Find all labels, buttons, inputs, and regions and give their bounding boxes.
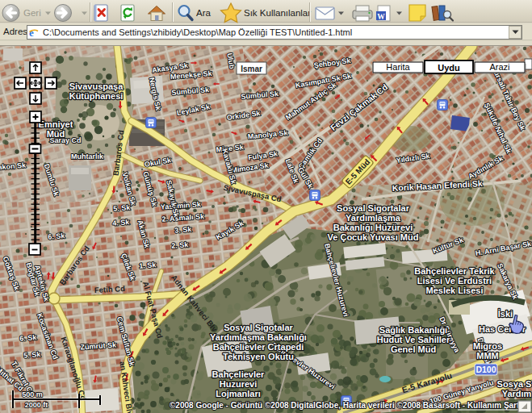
svg-text:Huzurevi: Huzurevi xyxy=(220,379,257,389)
svg-text:Bahçelievler Tekrik: Bahçelievler Tekrik xyxy=(414,266,495,276)
svg-text:5. Sk: 5. Sk xyxy=(113,203,132,213)
svg-text:Sosya S: Sosya S xyxy=(497,379,532,389)
svg-text:Sosyal Sigortalar: Sosyal Sigortalar xyxy=(337,203,410,213)
svg-text:Ara: Ara xyxy=(196,8,212,18)
svg-text:Hudut Ve Sahiller: Hudut Ve Sahiller xyxy=(377,335,450,344)
svg-text:Ve Çocuk Yuvası Müd: Ve Çocuk Yuvası Müd xyxy=(328,232,419,242)
svg-text:Emniyet: Emniyet xyxy=(39,119,73,129)
svg-text:Lisesi Ve Erdüstri: Lisesi Ve Erdüstri xyxy=(417,276,492,286)
svg-text:Kütüphanesi: Kütüphanesi xyxy=(69,91,124,101)
svg-text:Harita: Harita xyxy=(386,62,410,72)
svg-text:Sivavuspaşa: Sivavuspaşa xyxy=(69,81,124,91)
svg-text:Arazi: Arazi xyxy=(489,62,509,72)
svg-text:2000 ft: 2000 ft xyxy=(25,401,48,409)
svg-text:3. Sk: 3. Sk xyxy=(174,225,193,235)
svg-text:Sosyal Sigotalar: Sosyal Sigotalar xyxy=(224,323,293,332)
svg-text:Ismar: Ismar xyxy=(241,65,262,73)
svg-text:6. Sk: 6. Sk xyxy=(19,333,38,343)
svg-text:2. Sk: 2. Sk xyxy=(171,240,190,250)
svg-text:Lojmanları: Lojmanları xyxy=(216,389,261,398)
svg-text:Geri: Geri xyxy=(23,8,41,18)
svg-text:Teknisyen Okutu: Teknisyen Okutu xyxy=(223,352,294,361)
svg-text:Yardımlaşma: Yardımlaşma xyxy=(346,213,401,223)
svg-text:İski: İski xyxy=(498,309,513,319)
svg-text:Adres: Adres xyxy=(3,27,27,36)
svg-text:MMM: MMM xyxy=(476,351,499,361)
svg-text:1. Sk: 1. Sk xyxy=(139,261,157,270)
svg-text:Migros: Migros xyxy=(473,341,502,351)
svg-text:Fetih Cd: Fetih Cd xyxy=(94,284,126,294)
svg-text:Genel Müd: Genel Müd xyxy=(391,344,436,354)
svg-text:©2008 Google - Görüntü ©2008 D: ©2008 Google - Görüntü ©2008 DigitalGlob… xyxy=(170,401,532,410)
svg-text:Müd: Müd xyxy=(47,129,65,139)
svg-text:W: W xyxy=(377,13,385,21)
svg-text:6. Sk: 6. Sk xyxy=(48,232,66,241)
svg-text:5. Sk: 5. Sk xyxy=(23,350,42,360)
svg-text:Bahçelievler: Bahçelievler xyxy=(212,369,266,379)
svg-text:Meslek Lisesi: Meslek Lisesi xyxy=(426,286,484,295)
svg-text:Sık Kullanılanlar: Sık Kullanılanlar xyxy=(244,8,311,18)
svg-text:Sağlık Bakanlığı: Sağlık Bakanlığı xyxy=(379,325,447,335)
svg-text:Muhtarlık: Muhtarlık xyxy=(71,152,104,161)
svg-text:Yardımlaşma Bakanlığı: Yardımlaşma Bakanlığı xyxy=(210,332,307,342)
svg-text:Bahçelievler Crtapedi: Bahçelievler Crtapedi xyxy=(213,342,304,352)
svg-text:4. Sk: 4. Sk xyxy=(112,218,131,227)
svg-text:C:\Documents and Settings\zhib: C:\Documents and Settings\zhibidy\Deskto… xyxy=(43,27,352,37)
svg-text:D100: D100 xyxy=(475,365,496,374)
svg-text:Yardım: Yardım xyxy=(502,389,532,398)
svg-text:Uydu: Uydu xyxy=(438,63,460,73)
svg-text:Bakanlığı Hüzürevi: Bakanlığı Hüzürevi xyxy=(333,223,413,232)
svg-text:e: e xyxy=(29,27,34,39)
svg-text:500 m: 500 m xyxy=(22,390,43,398)
